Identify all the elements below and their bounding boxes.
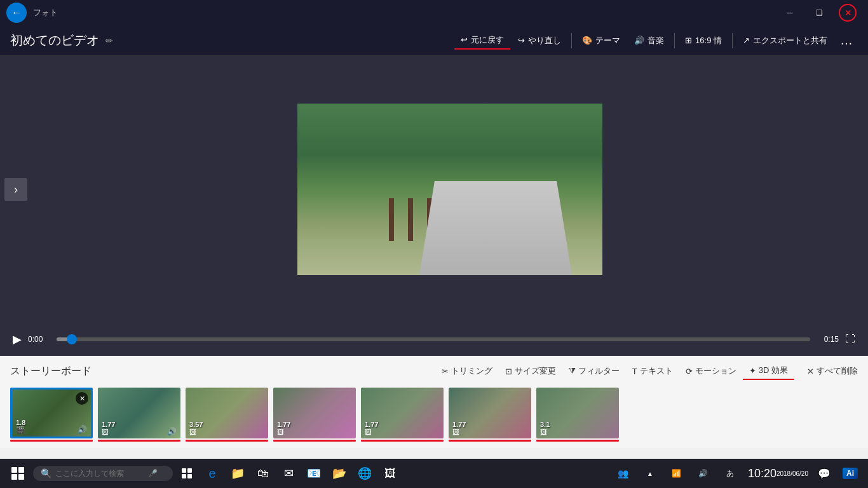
video-container <box>32 56 868 323</box>
storyboard-item[interactable]: 🖼 1.77 🔊 <box>98 388 180 442</box>
music-label: 音楽 <box>648 35 664 46</box>
notification-button[interactable]: 💬 <box>815 464 834 483</box>
motion-tool[interactable]: ⟳ モーション <box>679 363 743 379</box>
storyboard-item[interactable]: 🖼 1.77 <box>449 388 531 442</box>
storyboard-item[interactable]: ✕ 🎬 1.8 🔊 <box>10 388 93 442</box>
filter-label: フィルター <box>578 365 620 377</box>
image-type-icon: 🖼 <box>452 428 459 436</box>
item-duration: 1.77 <box>102 421 115 428</box>
minimize-button[interactable]: ─ <box>775 0 804 25</box>
music-button[interactable]: 🔊 音楽 <box>628 32 670 49</box>
outlook-button[interactable]: 📧 <box>302 462 325 485</box>
people-icon[interactable]: 👥 <box>612 462 635 485</box>
chevron-up-icon[interactable]: ▲ <box>639 462 661 485</box>
ai-badge: Ai <box>843 468 858 479</box>
more-button[interactable]: … <box>835 30 858 50</box>
item-duration: 3.1 <box>540 421 550 428</box>
next-button[interactable]: › <box>4 178 27 201</box>
export-button[interactable]: ↗ エクスポートと共有 <box>736 32 834 49</box>
redo-button[interactable]: ↪ やり直し <box>512 32 567 49</box>
trim-icon: ✂ <box>442 367 449 376</box>
item-duration: 1.8 <box>16 419 25 426</box>
3d-label: 3D 効果 <box>759 365 788 376</box>
network-icon[interactable]: 📶 <box>665 462 688 485</box>
windows-logo <box>11 467 24 480</box>
thumbnail: 🖼 3.1 <box>536 388 619 438</box>
main-area: › <box>0 56 868 323</box>
search-box[interactable]: 🔍 🎤 <box>33 466 173 481</box>
trim-tool[interactable]: ✂ トリミング <box>435 363 499 379</box>
undo-icon: ↩ <box>461 35 468 44</box>
photos-button[interactable]: 🖼 <box>379 462 402 485</box>
taskbar: 🔍 🎤 e 📁 🛍 ✉ 📧 📂 🌐 🖼 👥 ▲ 📶 🔊 あ 10:20 2018… <box>0 459 868 488</box>
time-display: 10:20 <box>748 467 776 480</box>
motion-icon: ⟳ <box>686 367 693 376</box>
theme-icon: 🎨 <box>582 36 592 45</box>
image-type-icon: 🖼 <box>277 428 284 436</box>
theme-button[interactable]: 🎨 テーマ <box>576 32 627 49</box>
thumbnail: 🖼 1.77 <box>449 388 531 438</box>
taskbar-right: 👥 ▲ 📶 🔊 あ 10:20 2018/06/20 💬 Ai <box>612 461 863 486</box>
folder2-button[interactable]: 📂 <box>328 462 351 485</box>
redo-label: やり直し <box>528 35 561 46</box>
storyboard: ストーリーボード ✂ トリミング ⊡ サイズ変更 ⧩ フィルター T テキスト … <box>0 356 868 448</box>
task-view-button[interactable] <box>175 462 198 485</box>
item-duration: 1.77 <box>277 421 290 428</box>
duration-bar <box>536 440 619 442</box>
image-type-icon: 🖼 <box>365 428 372 436</box>
store-button[interactable]: 🛍 <box>252 462 275 485</box>
ime-indicator[interactable]: あ <box>719 462 742 485</box>
maximize-button[interactable]: ❑ <box>804 0 834 25</box>
play-button[interactable]: ▶ <box>13 332 22 346</box>
browser2-button[interactable]: 🌐 <box>353 462 376 485</box>
separator3 <box>732 33 733 48</box>
clock[interactable]: 10:20 2018/06/20 <box>745 462 811 485</box>
storyboard-item[interactable]: 🖼 3.1 <box>536 388 619 442</box>
export-label: エクスポートと共有 <box>753 35 827 46</box>
undo-label: 元に戻す <box>471 34 504 46</box>
storyboard-items: ✕ 🎬 1.8 🔊 🖼 1.77 🔊 🖼 3.57 <box>10 388 858 442</box>
resize-tool[interactable]: ⊡ サイズ変更 <box>499 363 562 379</box>
app-title: フォト <box>33 7 58 18</box>
time-start: 0:00 <box>28 335 50 344</box>
mail-button[interactable]: ✉ <box>277 462 300 485</box>
text-tool[interactable]: T テキスト <box>626 363 679 379</box>
delete-all-button[interactable]: ✕ すべて削除 <box>807 365 858 377</box>
left-panel: › <box>0 56 32 323</box>
progress-bar[interactable] <box>57 337 810 341</box>
thumbnail: 🖼 1.77 <box>273 388 356 438</box>
ai-badge-area[interactable]: Ai <box>837 461 863 486</box>
back-button[interactable]: ← <box>6 3 27 23</box>
delete-icon: ✕ <box>807 367 814 376</box>
image-type-icon: 🖼 <box>102 428 109 436</box>
storyboard-header: ストーリーボード ✂ トリミング ⊡ サイズ変更 ⧩ フィルター T テキスト … <box>10 362 858 380</box>
theme-label: テーマ <box>595 35 620 46</box>
fullscreen-button[interactable]: ⛶ <box>845 334 855 345</box>
date-display: 2018/06/20 <box>776 470 808 477</box>
music-icon: 🔊 <box>634 36 644 45</box>
volume-icon[interactable]: 🔊 <box>692 462 715 485</box>
storyboard-item[interactable]: 🖼 3.57 <box>186 388 268 442</box>
edge-button[interactable]: e <box>201 462 224 485</box>
audio-icon: 🔊 <box>167 427 177 436</box>
svg-rect-0 <box>182 468 186 473</box>
mic-icon[interactable]: 🎤 <box>148 469 158 478</box>
ratio-label: 16:9 情 <box>695 35 722 46</box>
storyboard-title: ストーリーボード <box>10 365 92 378</box>
3d-effect-tool[interactable]: ✦ 3D 効果 <box>743 362 794 380</box>
duration-bar <box>186 440 268 442</box>
filter-tool[interactable]: ⧩ フィルター <box>562 363 626 379</box>
ratio-button[interactable]: ⊞ 16:9 情 <box>679 32 728 49</box>
storyboard-item[interactable]: 🖼 1.77 <box>361 388 444 442</box>
explorer-button[interactable]: 📁 <box>226 462 249 485</box>
edit-title-icon[interactable]: ✏ <box>105 36 113 46</box>
separator2 <box>674 33 675 48</box>
search-input[interactable] <box>55 469 144 478</box>
remove-item-button[interactable]: ✕ <box>76 392 88 405</box>
start-button[interactable] <box>5 461 31 486</box>
close-button[interactable]: ✕ <box>839 4 857 22</box>
undo-button[interactable]: ↩ 元に戻す <box>454 32 510 50</box>
storyboard-item[interactable]: 🖼 1.77 <box>273 388 356 442</box>
image-type-icon: 🖼 <box>189 428 196 436</box>
progress-thumb[interactable] <box>67 334 77 344</box>
